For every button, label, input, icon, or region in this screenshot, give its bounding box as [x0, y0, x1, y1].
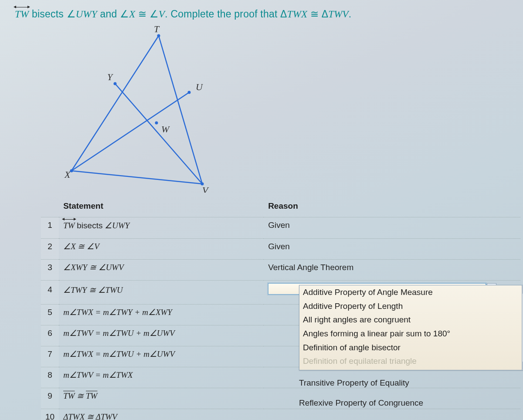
dropdown-option[interactable]: Additive Property of Length — [299, 299, 523, 313]
svg-line-4 — [71, 92, 189, 171]
label-V: V — [202, 185, 209, 193]
dropdown-option[interactable]: All right angles are congruent — [299, 313, 523, 327]
svg-point-6 — [114, 82, 117, 85]
header-statement: Statement — [59, 198, 264, 217]
table-row: 2 ∠X ≅ ∠V Given — [41, 239, 520, 260]
label-W: W — [161, 124, 170, 135]
dropdown-option[interactable]: Definition of angle bisector — [299, 341, 523, 355]
proof-table-area: Statement Reason 1 TW bisects ∠UWY Given… — [41, 198, 520, 420]
svg-line-0 — [71, 36, 159, 171]
reason-cell: Given — [264, 217, 520, 239]
table-row: 3 ∠XWY ≅ ∠UWV Vertical Angle Theorem — [41, 260, 520, 281]
svg-line-2 — [71, 171, 202, 184]
reason-dropdown-list[interactable]: Additive Property of Angle Measure Addit… — [299, 285, 523, 370]
label-X: X — [64, 169, 71, 180]
dropdown-option[interactable]: Definition of equilateral triangle — [299, 354, 523, 368]
svg-line-3 — [115, 84, 202, 184]
label-U: U — [196, 81, 204, 92]
svg-point-5 — [70, 169, 73, 173]
table-row: 10 ΔTWX ≅ ΔTWV — [41, 409, 520, 420]
label-Y: Y — [107, 71, 114, 82]
svg-point-8 — [188, 91, 191, 94]
problem-prompt: TW bisects ∠UWY and ∠X ≅ ∠V. Complete th… — [15, 8, 508, 20]
svg-point-10 — [155, 122, 158, 125]
statement-cell: TW bisects ∠UWY — [59, 217, 264, 239]
svg-point-7 — [157, 34, 160, 37]
svg-line-1 — [159, 36, 202, 184]
dropdown-option[interactable]: Additive Property of Angle Measure — [299, 285, 523, 299]
static-reasons: Transitive Property of Equality Reflexiv… — [299, 376, 423, 420]
header-reason: Reason — [264, 198, 520, 217]
table-row: 9 TW ≅ TW — [41, 388, 520, 409]
label-T: T — [154, 24, 160, 34]
dropdown-option[interactable]: Angles forming a linear pair sum to 180° — [299, 327, 523, 341]
geometry-diagram: T U V W X Y — [50, 23, 233, 193]
table-row: 1 TW bisects ∠UWY Given — [41, 217, 520, 239]
